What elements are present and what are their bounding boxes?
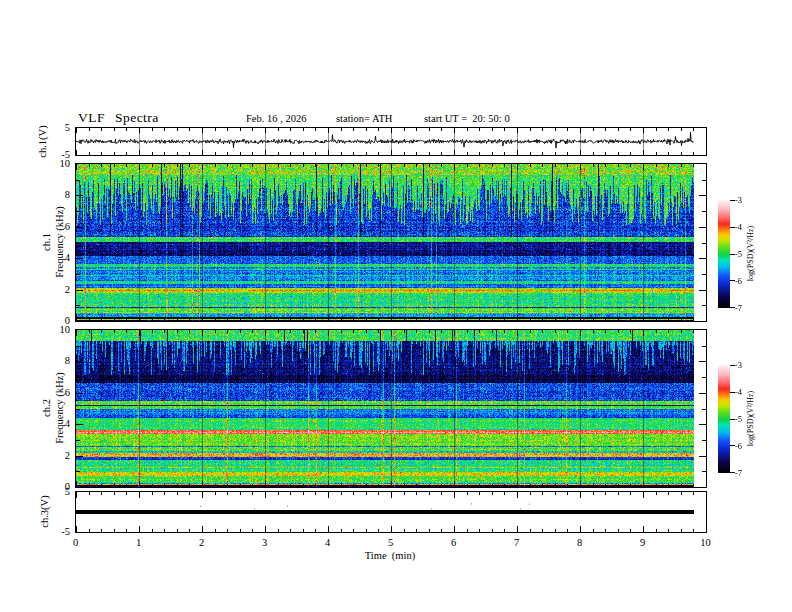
time-tick-label: 0: [63, 537, 89, 549]
time-axis-label: Time (min): [290, 550, 490, 561]
ch1-colorbar-tick-label: -4: [735, 222, 742, 232]
ch1-waveform-canvas: [76, 128, 706, 155]
time-tick-label: 1: [126, 537, 152, 549]
ch1-spectrogram-canvas: [76, 164, 706, 321]
time-tick-label: 8: [567, 537, 593, 549]
time-tick-label: 2: [189, 537, 215, 549]
ch3-wave-axis-label: ch.3(V): [38, 452, 51, 572]
ch2-colorbar-tick-label: -3: [735, 360, 742, 370]
time-tick-label: 4: [315, 537, 341, 549]
ch2-freq-tick-label: 2: [36, 450, 70, 462]
ch2-freq-tick-label: 10: [36, 324, 70, 336]
figure-title: VLF Spectra: [78, 110, 159, 126]
ch1-spectrogram-panel: [75, 163, 707, 322]
time-tick-label: 10: [693, 537, 719, 549]
time-tick-label: 5: [378, 537, 404, 549]
ch1-colorbar-tick-label: -7: [735, 303, 742, 313]
time-tick-label: 7: [504, 537, 530, 549]
ch2-spectrogram-panel: [75, 329, 707, 488]
ch2-colorbar-tick-label: -5: [735, 414, 742, 424]
date-label: Feb. 16 , 2026: [246, 113, 306, 124]
ch2-freq-tick-label: 8: [36, 355, 70, 367]
ch3-wave-ymax-label: 5: [36, 486, 70, 498]
ch2-freq-tick-label: 6: [36, 387, 70, 399]
ch1-colorbar-label: log(PSD)(V²/Hz): [746, 194, 755, 314]
ch1-freq-tick-label: 6: [36, 221, 70, 233]
ch1-wave-ymax-label: 5: [36, 122, 70, 134]
time-tick-label: 6: [441, 537, 467, 549]
time-tick-label: 3: [252, 537, 278, 549]
ch2-freq-tick-label: 4: [36, 418, 70, 430]
ch1-freq-tick-label: 8: [36, 189, 70, 201]
ch2-spectrogram-canvas: [76, 330, 706, 487]
ch2-colorbar-tick-label: -6: [735, 441, 742, 451]
vlf-spectra-figure: VLF Spectra Feb. 16 , 2026 station= ATH …: [0, 0, 792, 612]
ch3-waveform-canvas: [76, 492, 706, 532]
time-tick-label: 9: [630, 537, 656, 549]
ch3-waveform-panel: [75, 491, 707, 533]
ch1-waveform-panel: [75, 127, 707, 156]
ch2-colorbar-tick-label: -4: [735, 387, 742, 397]
ch1-freq-tick-label: 2: [36, 284, 70, 296]
ch1-wave-ymin-label: -5: [36, 149, 70, 161]
ch1-freq-tick-label: 4: [36, 252, 70, 264]
ch2-colorbar-label: log(PSD)(V²/Hz): [746, 359, 755, 479]
ch1-colorbar-tick-label: -3: [735, 195, 742, 205]
ch3-wave-ymin-label: -5: [36, 526, 70, 538]
ch1-colorbar-tick-label: -5: [735, 249, 742, 259]
start-ut-label: start UT = 20: 50: 0: [424, 113, 510, 124]
ch1-colorbar-tick-label: -6: [735, 276, 742, 286]
ch2-colorbar-tick-label: -7: [735, 468, 742, 478]
station-label: station= ATH: [336, 113, 392, 124]
